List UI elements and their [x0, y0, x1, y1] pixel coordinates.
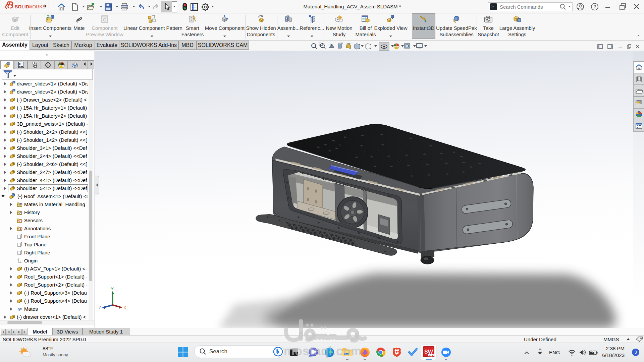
svg-text:Y: Y [111, 286, 114, 291]
svg-text:SOLID: SOLID [15, 4, 29, 9]
svg-text:A: A [20, 228, 22, 231]
svg-text:Z: Z [99, 305, 101, 310]
svg-text:X: X [123, 305, 126, 310]
svg-text:WORKS: WORKS [28, 4, 46, 9]
svg-text:2022: 2022 [428, 354, 435, 357]
svg-text:?: ? [593, 4, 596, 9]
